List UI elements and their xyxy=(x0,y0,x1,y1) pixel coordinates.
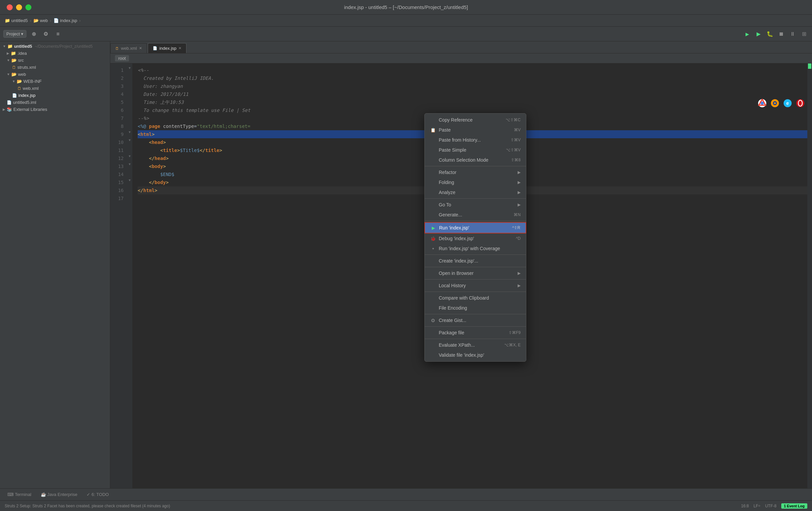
breadcrumb: 📁 untitled5 › 📂 web › 📄 index.jsp › xyxy=(0,15,812,27)
ctx-compare-clipboard[interactable]: Compare with Clipboard xyxy=(425,293,526,303)
tab-close-web-xml[interactable]: ✕ xyxy=(139,46,142,51)
sidebar-label-web: web xyxy=(18,72,26,77)
ctx-goto[interactable]: Go To ▶ xyxy=(425,200,526,210)
tab-web-xml[interactable]: 🗒 web.xml ✕ xyxy=(110,43,147,53)
code-line-4: Date: 2017/10/11 xyxy=(138,90,812,98)
breadcrumb-project[interactable]: 📁 untitled5 xyxy=(5,18,28,23)
chrome-icon[interactable] xyxy=(757,98,767,108)
opera-icon[interactable] xyxy=(795,98,805,108)
local-history-icon xyxy=(430,282,436,289)
ctx-generate[interactable]: Generate... ⌘N xyxy=(425,210,526,220)
run-icon: ▶ xyxy=(430,225,436,231)
gist-icon: ⊙ xyxy=(430,317,436,323)
tab-index-jsp[interactable]: 📄 index.jsp ✕ xyxy=(148,43,186,53)
java-enterprise-icon: ☕ xyxy=(41,492,46,497)
pause-button[interactable]: ⏸ xyxy=(788,29,797,39)
status-bar: Struts 2 Setup: Struts 2 Facet has been … xyxy=(0,500,812,511)
create-icon xyxy=(430,258,436,264)
settings-button[interactable]: ⚙ xyxy=(41,29,51,39)
sidebar-item-untitled5[interactable]: ▼ 📁 untitled5 ~/Documents/Project_z/unti… xyxy=(0,43,110,50)
sidebar-label-struts-xml: struts.xml xyxy=(18,65,36,70)
ctx-validate[interactable]: Validate file 'index.jsp' xyxy=(425,350,526,360)
ctx-generate-label: Generate... xyxy=(439,212,511,217)
project-dropdown-label: Project xyxy=(6,31,20,36)
sidebar-item-index-jsp[interactable]: 📄 index.jsp xyxy=(0,92,110,99)
editor-breadcrumb-root[interactable]: root xyxy=(115,55,129,61)
goto-icon xyxy=(430,202,436,208)
expand-arrow-icon: ▼ xyxy=(7,58,10,62)
project-icon: 📁 xyxy=(5,18,10,23)
paste-simple-icon xyxy=(430,147,436,153)
tab-close-index-jsp[interactable]: ✕ xyxy=(178,46,181,51)
run-config-button[interactable]: ▶ xyxy=(743,29,752,39)
maximize-button[interactable] xyxy=(25,4,31,10)
sidebar-label-index-jsp: index.jsp xyxy=(19,93,35,98)
ctx-file-encoding[interactable]: File Encoding xyxy=(425,303,526,313)
ctx-validate-label: Validate file 'index.jsp' xyxy=(439,352,521,358)
sidebar-label-iml: untitled5.iml xyxy=(13,100,36,105)
ctx-package-file[interactable]: Package file ⇧⌘F9 xyxy=(425,328,526,338)
toolbar-right: ▶ ▶ 🐛 ⏹ ⏸ ⊞ xyxy=(743,29,809,39)
tab-web-xml-label: web.xml xyxy=(121,46,137,51)
sidebar-label-webinf: WEB-INF xyxy=(23,79,42,84)
close-button[interactable] xyxy=(7,4,13,10)
layout-button[interactable]: ⊞ xyxy=(799,29,809,39)
goto-arrow-icon: ▶ xyxy=(518,202,521,207)
breadcrumb-file[interactable]: 📄 index.jsp xyxy=(54,18,77,23)
copy-reference-icon xyxy=(430,117,436,123)
sidebar-item-external-libraries[interactable]: ▶ 📚 External Libraries xyxy=(0,106,110,113)
ctx-column-selection[interactable]: Column Selection Mode ⇧⌘8 xyxy=(425,155,526,165)
traffic-lights[interactable] xyxy=(7,4,31,10)
run-button[interactable]: ▶ xyxy=(754,29,763,39)
sidebar-item-src[interactable]: ▼ 📂 src xyxy=(0,57,110,64)
sidebar-item-web[interactable]: ▼ 📂 web xyxy=(0,71,110,78)
ctx-evaluate-xpath[interactable]: Evaluate XPath... ⌥⌘X, E xyxy=(425,340,526,350)
ctx-copy-reference-label: Copy Reference xyxy=(439,117,503,123)
ctx-sep-3 xyxy=(425,221,526,221)
ctx-folding[interactable]: Folding ▶ xyxy=(425,177,526,187)
ctx-copy-reference[interactable]: Copy Reference ⌥⇧⌘C xyxy=(425,115,526,125)
bottom-tab-java-enterprise[interactable]: ☕ Java Enterprise xyxy=(37,491,82,498)
sidebar-item-web-xml[interactable]: 🗒 web.xml xyxy=(0,85,110,92)
bottom-tab-terminal[interactable]: ⌨ Terminal xyxy=(3,491,35,498)
bottom-tab-todo[interactable]: ✓ 6: TODO xyxy=(83,491,113,498)
sidebar-item-iml[interactable]: 📄 untitled5.iml xyxy=(0,99,110,106)
ctx-local-history[interactable]: Local History ▶ xyxy=(425,280,526,291)
ctx-run[interactable]: ▶ Run 'index.jsp' ^⇧R xyxy=(425,222,526,234)
firefox-icon[interactable] xyxy=(770,98,780,108)
event-log-button[interactable]: 1 Event Log xyxy=(781,503,807,509)
folding-icon xyxy=(430,179,436,185)
ctx-paste[interactable]: 📋 Paste ⌘V xyxy=(425,125,526,135)
folder-icon: 📁 xyxy=(11,51,16,56)
sidebar-item-struts-xml[interactable]: 🗒 struts.xml xyxy=(0,64,110,71)
ctx-run-coverage[interactable]: ✦ Run 'index.jsp' with Coverage xyxy=(425,243,526,253)
ctx-debug[interactable]: 🐞 Debug 'index.jsp' ^D xyxy=(425,234,526,243)
ie-icon[interactable]: e xyxy=(783,98,793,108)
xpath-icon xyxy=(430,342,436,348)
ctx-paste-simple[interactable]: Paste Simple ⌥⇧⌘V xyxy=(425,145,526,155)
minimize-button[interactable] xyxy=(16,4,22,10)
ctx-paste-history[interactable]: Paste from History... ⇧⌘V xyxy=(425,135,526,145)
jsp-file-icon: 📄 xyxy=(12,93,17,98)
ctx-evaluate-xpath-label: Evaluate XPath... xyxy=(439,342,501,348)
debug-icon: 🐞 xyxy=(430,236,436,241)
tab-xml-icon: 🗒 xyxy=(115,47,119,51)
sidebar-item-idea[interactable]: ▶ 📁 .idea xyxy=(0,50,110,57)
status-left: Struts 2 Setup: Struts 2 Facet has been … xyxy=(5,504,170,508)
ctx-refactor[interactable]: Refactor ▶ xyxy=(425,167,526,177)
ctx-compare-clipboard-label: Compare with Clipboard xyxy=(439,295,521,301)
project-dropdown[interactable]: Project ▾ xyxy=(3,30,26,38)
add-content-root-button[interactable]: ⊕ xyxy=(29,29,38,39)
ctx-xpath-shortcut: ⌥⌘X, E xyxy=(504,343,521,347)
ctx-analyze[interactable]: Analyze ▶ xyxy=(425,187,526,198)
ctx-create[interactable]: Create 'index.jsp'... xyxy=(425,256,526,266)
ctx-open-browser[interactable]: Open in Browser ▶ xyxy=(425,268,526,278)
breadcrumb-web[interactable]: 📂 web xyxy=(33,18,48,23)
sidebar-item-webinf[interactable]: ▼ 📂 WEB-INF xyxy=(0,78,110,85)
ctx-create-gist[interactable]: ⊙ Create Gist... xyxy=(425,315,526,325)
coverage-icon: ✦ xyxy=(430,245,436,251)
stop-button[interactable]: ⏹ xyxy=(777,29,786,39)
debug-button[interactable]: 🐛 xyxy=(765,29,775,39)
encoding-icon xyxy=(430,305,436,311)
sort-button[interactable]: ≡ xyxy=(53,29,62,39)
